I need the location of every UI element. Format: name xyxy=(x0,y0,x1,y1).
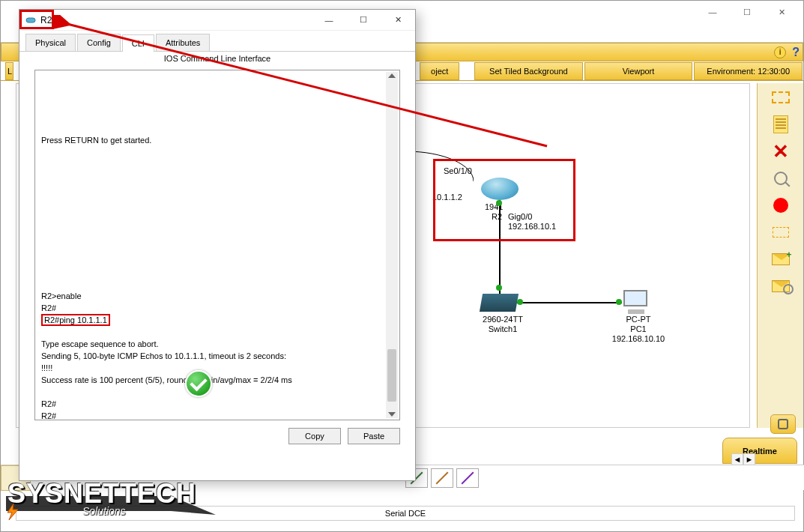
magnifier-icon[interactable] xyxy=(770,170,792,187)
mail-plus-icon[interactable] xyxy=(770,251,792,267)
simulation-toggle-icon[interactable] xyxy=(770,414,796,434)
switch-name-label: Switch1 xyxy=(477,324,529,334)
copy-button[interactable]: Copy xyxy=(288,428,341,444)
r2-cli-window: R2 — ☐ ✕ Physical Config CLI Attributes … xyxy=(19,9,416,481)
help-icon[interactable]: ? xyxy=(792,46,800,59)
select-dashed-icon[interactable] xyxy=(770,89,792,106)
tab-attributes[interactable]: Attributes xyxy=(156,34,210,51)
cli-titlebar: R2 — ☐ ✕ xyxy=(19,10,415,31)
cli-subtitle: IOS Command Line Interface xyxy=(19,52,415,67)
pc-ip-label: 192.168.10.10 xyxy=(604,334,673,344)
main-close-button[interactable]: ✕ xyxy=(764,1,799,22)
switch1-node[interactable] xyxy=(481,294,517,312)
watermark-logo: SYSNETTECH Solutions xyxy=(7,478,196,517)
project-cell-cut[interactable]: oject xyxy=(420,62,459,80)
cli-maximize-button[interactable]: ☐ xyxy=(346,10,381,30)
tab-physical[interactable]: Physical xyxy=(25,34,76,51)
cli-title-highlight xyxy=(19,10,54,29)
scroll-up-icon[interactable] xyxy=(388,73,396,78)
pc-icon xyxy=(623,290,650,311)
set-tiled-background-button[interactable]: Set Tiled Background xyxy=(474,62,583,80)
info-icon[interactable]: i xyxy=(774,46,786,58)
flash-bolt-icon xyxy=(3,502,22,522)
ping-highlight-box: R2#ping 10.1.1.1 xyxy=(41,314,110,326)
cli-terminal[interactable]: Press RETURN to get started. R2>enable R… xyxy=(34,70,400,420)
logical-label-cut: L xyxy=(5,62,13,80)
tab-cli[interactable]: CLI xyxy=(122,34,154,52)
line-style-2[interactable] xyxy=(431,468,453,488)
pc1-node[interactable] xyxy=(623,290,650,311)
scroll-down-icon[interactable] xyxy=(388,412,396,417)
link-dot-icon xyxy=(496,285,502,291)
viewport-button[interactable]: Viewport xyxy=(584,62,693,80)
note-icon[interactable] xyxy=(770,116,792,133)
cli-button-row: Copy Paste xyxy=(19,423,415,449)
delete-x-icon[interactable]: ✕ xyxy=(770,143,792,160)
cli-minimize-button[interactable]: — xyxy=(312,10,346,30)
switch-icon xyxy=(480,294,519,312)
paste-button[interactable]: Paste xyxy=(348,428,400,444)
line-style-3[interactable] xyxy=(456,468,479,488)
tab-config[interactable]: Config xyxy=(77,34,121,51)
success-check-icon xyxy=(185,370,212,397)
record-dot-icon[interactable] xyxy=(770,197,792,214)
scroll-thumb[interactable] xyxy=(387,349,396,402)
mail-glass-icon[interactable] xyxy=(770,278,792,294)
main-minimize-button[interactable]: — xyxy=(695,1,730,22)
cli-close-button[interactable]: ✕ xyxy=(381,10,415,30)
right-toolbar: ✕ xyxy=(757,83,803,428)
h-scroll-arrows[interactable]: ◄► xyxy=(731,453,755,465)
r2-highlight-box xyxy=(433,159,575,241)
switch-model-label: 2960-24TT xyxy=(477,315,529,324)
link-dot-icon xyxy=(517,299,523,305)
connection-line-options xyxy=(405,468,479,488)
link-switch-pc xyxy=(517,302,622,303)
link-dot-icon xyxy=(616,299,622,305)
pc-name-label: PC1 xyxy=(616,324,661,334)
cli-output-text: Press RETURN to get started. R2>enable R… xyxy=(35,70,399,420)
cli-scrollbar[interactable] xyxy=(386,72,398,418)
pc-model-label: PC-PT xyxy=(616,315,661,324)
resize-box-icon[interactable] xyxy=(770,224,792,241)
environment-time-button[interactable]: Environment: 12:30:00 xyxy=(694,62,803,80)
main-maximize-button[interactable]: ☐ xyxy=(730,1,764,22)
cli-tab-bar: Physical Config CLI Attributes xyxy=(19,31,415,52)
